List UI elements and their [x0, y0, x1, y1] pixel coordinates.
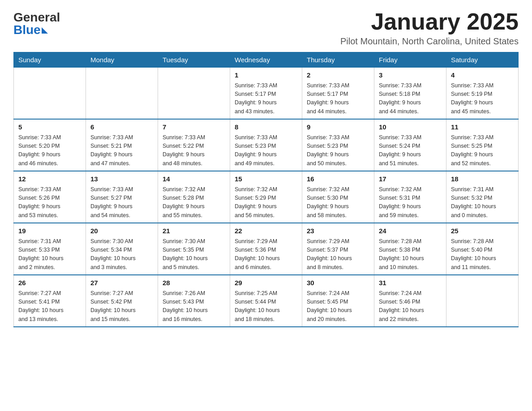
day-info: Sunrise: 7:26 AM Sunset: 5:43 PM Dayligh… — [163, 289, 225, 324]
day-number: 4 — [451, 70, 514, 81]
day-info: Sunrise: 7:30 AM Sunset: 5:34 PM Dayligh… — [90, 237, 153, 272]
day-number: 6 — [90, 122, 153, 133]
calendar-cell: 3Sunrise: 7:33 AM Sunset: 5:18 PM Daylig… — [374, 68, 446, 120]
calendar-table: SundayMondayTuesdayWednesdayThursdayFrid… — [13, 52, 519, 327]
day-info: Sunrise: 7:25 AM Sunset: 5:44 PM Dayligh… — [235, 289, 297, 324]
day-number: 5 — [18, 122, 81, 133]
day-info: Sunrise: 7:33 AM Sunset: 5:20 PM Dayligh… — [18, 133, 81, 168]
calendar-cell: 31Sunrise: 7:24 AM Sunset: 5:46 PM Dayli… — [374, 275, 446, 327]
calendar-week-row: 12Sunrise: 7:33 AM Sunset: 5:26 PM Dayli… — [14, 171, 519, 223]
day-number: 10 — [379, 122, 442, 133]
day-number: 28 — [163, 278, 225, 288]
day-info: Sunrise: 7:29 AM Sunset: 5:36 PM Dayligh… — [235, 237, 297, 272]
calendar-cell: 4Sunrise: 7:33 AM Sunset: 5:19 PM Daylig… — [446, 68, 519, 120]
logo: General Blue — [13, 9, 60, 36]
day-info: Sunrise: 7:27 AM Sunset: 5:42 PM Dayligh… — [90, 289, 153, 324]
header-monday: Monday — [86, 52, 158, 68]
calendar-cell: 11Sunrise: 7:33 AM Sunset: 5:25 PM Dayli… — [446, 119, 519, 171]
day-number: 30 — [307, 278, 369, 288]
day-info: Sunrise: 7:24 AM Sunset: 5:46 PM Dayligh… — [379, 289, 442, 324]
day-number: 9 — [307, 122, 369, 133]
calendar-cell: 5Sunrise: 7:33 AM Sunset: 5:20 PM Daylig… — [14, 119, 86, 171]
calendar-cell: 26Sunrise: 7:27 AM Sunset: 5:41 PM Dayli… — [14, 275, 86, 327]
day-info: Sunrise: 7:33 AM Sunset: 5:23 PM Dayligh… — [235, 133, 297, 168]
calendar-cell: 9Sunrise: 7:33 AM Sunset: 5:23 PM Daylig… — [302, 119, 374, 171]
day-number: 25 — [451, 226, 514, 236]
calendar-cell: 8Sunrise: 7:33 AM Sunset: 5:23 PM Daylig… — [230, 119, 302, 171]
day-info: Sunrise: 7:28 AM Sunset: 5:38 PM Dayligh… — [379, 237, 442, 272]
calendar-cell: 21Sunrise: 7:30 AM Sunset: 5:35 PM Dayli… — [158, 223, 230, 275]
day-number: 24 — [379, 226, 442, 236]
day-number: 16 — [307, 174, 369, 184]
day-info: Sunrise: 7:32 AM Sunset: 5:28 PM Dayligh… — [163, 185, 225, 220]
day-number: 27 — [90, 278, 153, 288]
day-number: 12 — [18, 174, 81, 184]
day-info: Sunrise: 7:28 AM Sunset: 5:40 PM Dayligh… — [451, 237, 514, 272]
day-number: 8 — [235, 122, 297, 133]
day-info: Sunrise: 7:31 AM Sunset: 5:33 PM Dayligh… — [18, 237, 81, 272]
day-number: 13 — [90, 174, 153, 184]
day-number: 22 — [235, 226, 297, 236]
day-info: Sunrise: 7:33 AM Sunset: 5:24 PM Dayligh… — [379, 133, 442, 168]
day-info: Sunrise: 7:32 AM Sunset: 5:30 PM Dayligh… — [307, 185, 369, 220]
day-info: Sunrise: 7:32 AM Sunset: 5:29 PM Dayligh… — [235, 185, 297, 220]
calendar-cell: 13Sunrise: 7:33 AM Sunset: 5:27 PM Dayli… — [86, 171, 158, 223]
day-number: 21 — [163, 226, 225, 236]
header-sunday: Sunday — [14, 52, 86, 68]
calendar-cell: 24Sunrise: 7:28 AM Sunset: 5:38 PM Dayli… — [374, 223, 446, 275]
day-info: Sunrise: 7:33 AM Sunset: 5:26 PM Dayligh… — [18, 185, 81, 220]
day-number: 17 — [379, 174, 442, 184]
calendar-cell: 7Sunrise: 7:33 AM Sunset: 5:22 PM Daylig… — [158, 119, 230, 171]
day-number: 15 — [235, 174, 297, 184]
day-number: 31 — [379, 278, 442, 288]
calendar-cell: 17Sunrise: 7:32 AM Sunset: 5:31 PM Dayli… — [374, 171, 446, 223]
calendar-cell: 1Sunrise: 7:33 AM Sunset: 5:17 PM Daylig… — [230, 68, 302, 120]
calendar-cell: 20Sunrise: 7:30 AM Sunset: 5:34 PM Dayli… — [86, 223, 158, 275]
day-info: Sunrise: 7:33 AM Sunset: 5:19 PM Dayligh… — [451, 81, 514, 116]
calendar-week-row: 5Sunrise: 7:33 AM Sunset: 5:20 PM Daylig… — [14, 119, 519, 171]
calendar-cell: 10Sunrise: 7:33 AM Sunset: 5:24 PM Dayli… — [374, 119, 446, 171]
header-tuesday: Tuesday — [158, 52, 230, 68]
day-number: 11 — [451, 122, 514, 133]
header-wednesday: Wednesday — [230, 52, 302, 68]
calendar-cell: 27Sunrise: 7:27 AM Sunset: 5:42 PM Dayli… — [86, 275, 158, 327]
logo-general-text: General — [13, 11, 60, 24]
day-number: 20 — [90, 226, 153, 236]
calendar-cell: 18Sunrise: 7:31 AM Sunset: 5:32 PM Dayli… — [446, 171, 519, 223]
calendar-header-row: SundayMondayTuesdayWednesdayThursdayFrid… — [14, 52, 519, 68]
day-info: Sunrise: 7:33 AM Sunset: 5:23 PM Dayligh… — [307, 133, 369, 168]
day-info: Sunrise: 7:33 AM Sunset: 5:25 PM Dayligh… — [451, 133, 514, 168]
calendar-cell: 29Sunrise: 7:25 AM Sunset: 5:44 PM Dayli… — [230, 275, 302, 327]
calendar-cell: 19Sunrise: 7:31 AM Sunset: 5:33 PM Dayli… — [14, 223, 86, 275]
day-number: 26 — [18, 278, 81, 288]
day-info: Sunrise: 7:29 AM Sunset: 5:37 PM Dayligh… — [307, 237, 369, 272]
calendar-cell: 28Sunrise: 7:26 AM Sunset: 5:43 PM Dayli… — [158, 275, 230, 327]
calendar-cell: 15Sunrise: 7:32 AM Sunset: 5:29 PM Dayli… — [230, 171, 302, 223]
calendar-cell: 6Sunrise: 7:33 AM Sunset: 5:21 PM Daylig… — [86, 119, 158, 171]
calendar-week-row: 19Sunrise: 7:31 AM Sunset: 5:33 PM Dayli… — [14, 223, 519, 275]
calendar-cell — [86, 68, 158, 120]
day-info: Sunrise: 7:30 AM Sunset: 5:35 PM Dayligh… — [163, 237, 225, 272]
header-friday: Friday — [374, 52, 446, 68]
calendar-cell — [158, 68, 230, 120]
day-number: 2 — [307, 70, 369, 81]
day-info: Sunrise: 7:24 AM Sunset: 5:45 PM Dayligh… — [307, 289, 369, 324]
calendar-cell: 16Sunrise: 7:32 AM Sunset: 5:30 PM Dayli… — [302, 171, 374, 223]
day-info: Sunrise: 7:33 AM Sunset: 5:17 PM Dayligh… — [307, 81, 369, 116]
day-info: Sunrise: 7:27 AM Sunset: 5:41 PM Dayligh… — [18, 289, 81, 324]
day-info: Sunrise: 7:33 AM Sunset: 5:21 PM Dayligh… — [90, 133, 153, 168]
day-number: 19 — [18, 226, 81, 236]
day-info: Sunrise: 7:33 AM Sunset: 5:18 PM Dayligh… — [379, 81, 442, 116]
header-thursday: Thursday — [302, 52, 374, 68]
calendar-cell: 22Sunrise: 7:29 AM Sunset: 5:36 PM Dayli… — [230, 223, 302, 275]
calendar-cell: 2Sunrise: 7:33 AM Sunset: 5:17 PM Daylig… — [302, 68, 374, 120]
calendar-week-row: 1Sunrise: 7:33 AM Sunset: 5:17 PM Daylig… — [14, 68, 519, 120]
day-info: Sunrise: 7:33 AM Sunset: 5:27 PM Dayligh… — [90, 185, 153, 220]
day-info: Sunrise: 7:32 AM Sunset: 5:31 PM Dayligh… — [379, 185, 442, 220]
calendar-cell: 14Sunrise: 7:32 AM Sunset: 5:28 PM Dayli… — [158, 171, 230, 223]
day-number: 1 — [235, 70, 297, 81]
page-title: January 2025 — [340, 9, 519, 34]
header-saturday: Saturday — [446, 52, 519, 68]
day-number: 18 — [451, 174, 514, 184]
calendar-cell: 25Sunrise: 7:28 AM Sunset: 5:40 PM Dayli… — [446, 223, 519, 275]
